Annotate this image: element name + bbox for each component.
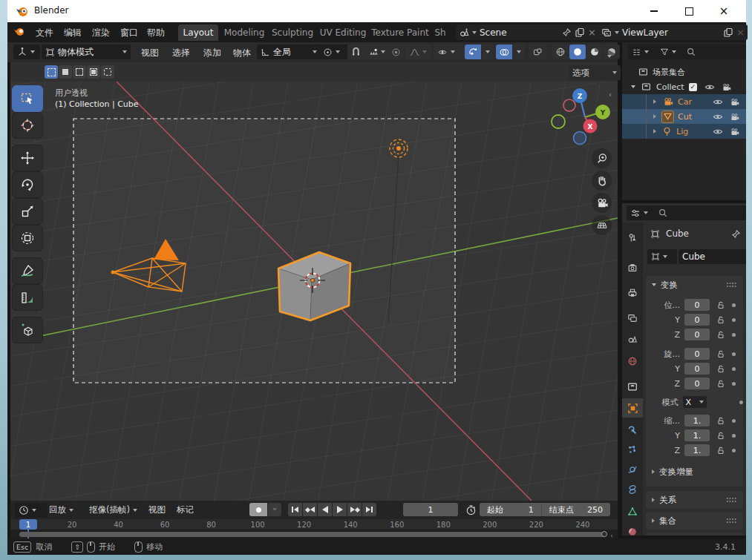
menu-timeline-view[interactable]: 视图: [148, 504, 166, 515]
viewport-3d[interactable]: 用户透视 (1) Collection | Cube: [10, 82, 618, 501]
menu-help[interactable]: 帮助: [144, 27, 168, 39]
menu-playback[interactable]: 回放: [49, 504, 73, 515]
tool-move[interactable]: [12, 145, 43, 171]
scale-y-field[interactable]: 1.: [684, 429, 710, 441]
scale-z-field[interactable]: 1.: [684, 444, 710, 456]
current-frame-marker[interactable]: 1: [19, 519, 37, 530]
new-scene-icon[interactable]: [575, 27, 585, 38]
minimize-button[interactable]: [637, 0, 671, 22]
proportional-falloff-dropdown[interactable]: [405, 45, 431, 59]
tab-object-data[interactable]: [622, 501, 643, 521]
lock-icon[interactable]: [717, 301, 725, 309]
zoom-view-button[interactable]: [592, 148, 612, 168]
viewlayer-browse-caret[interactable]: [615, 31, 619, 34]
hide-eye-icon[interactable]: [713, 128, 723, 136]
properties-search-input[interactable]: [655, 205, 746, 220]
prev-keyframe-button[interactable]: [303, 503, 317, 516]
tab-collection[interactable]: [622, 377, 643, 396]
location-x-field[interactable]: 0: [684, 299, 710, 311]
pan-view-button[interactable]: [592, 171, 612, 191]
animate-dot[interactable]: [732, 382, 736, 386]
tab-object[interactable]: [622, 398, 643, 418]
show-gizmo-toggle[interactable]: [465, 45, 481, 59]
tab-modifiers[interactable]: [622, 421, 643, 440]
tab-view-layer[interactable]: [622, 309, 643, 328]
tool-rotate[interactable]: [12, 171, 43, 198]
record-button[interactable]: [249, 503, 267, 516]
sidebar-toggle-arrow[interactable]: ‹: [609, 90, 612, 99]
use-preview-range-icon[interactable]: [465, 504, 477, 515]
play-button[interactable]: [333, 503, 347, 516]
cube-expand-icon[interactable]: [653, 114, 656, 119]
menu-edit[interactable]: 编辑: [61, 27, 85, 39]
collections-panel[interactable]: 集合: [646, 512, 743, 530]
gizmo-dropdown[interactable]: [482, 45, 494, 59]
lock-icon[interactable]: [717, 417, 725, 425]
menu-window[interactable]: 窗口: [117, 27, 141, 39]
pivot-point-dropdown[interactable]: [319, 45, 349, 59]
outliner-row-scene-collection[interactable]: 场景集合: [622, 65, 746, 79]
ortho-grid-button[interactable]: [592, 215, 612, 235]
scale-x-field[interactable]: 1.: [684, 415, 710, 426]
object-name-field[interactable]: Cube: [679, 249, 746, 264]
tool-options-dropdown[interactable]: 选项: [569, 65, 621, 80]
render-visibility-icon[interactable]: [730, 128, 739, 136]
outliner-search-input[interactable]: [683, 45, 746, 59]
hide-eye-icon[interactable]: [713, 113, 723, 121]
menu-select[interactable]: 选择: [169, 47, 193, 59]
navigation-gizmo[interactable]: Z Y X: [548, 82, 616, 151]
tab-scene[interactable]: [622, 329, 643, 349]
panel-drag-grip[interactable]: [726, 282, 737, 288]
lock-icon[interactable]: [717, 350, 725, 358]
menu-markers[interactable]: 标记: [177, 504, 194, 515]
outliner-row-light[interactable]: Lig: [622, 124, 746, 139]
tool-annotate[interactable]: [12, 257, 43, 284]
animate-dot[interactable]: [732, 449, 736, 452]
collection-expand-icon[interactable]: [631, 85, 635, 88]
rotation-z-field[interactable]: 0: [684, 378, 710, 389]
frame-start-field[interactable]: 起始 1: [480, 504, 541, 515]
tab-render[interactable]: [622, 258, 643, 277]
select-mode-intersect[interactable]: [101, 65, 114, 79]
keying-set-dropdown[interactable]: [268, 503, 281, 516]
animate-dot[interactable]: [732, 352, 736, 356]
visibility-dropdown[interactable]: [434, 45, 466, 59]
render-visibility-icon[interactable]: [730, 113, 739, 121]
tab-particles[interactable]: [622, 440, 643, 459]
render-visibility-icon[interactable]: [722, 83, 731, 91]
rotation-x-field[interactable]: 0: [684, 348, 710, 360]
tool-add-cube[interactable]: [12, 317, 43, 343]
cube-object[interactable]: [278, 252, 350, 320]
menu-file[interactable]: 文件: [33, 27, 56, 39]
proportional-edit-toggle[interactable]: [388, 45, 404, 59]
animate-dot[interactable]: [732, 367, 736, 371]
render-visibility-icon[interactable]: [730, 98, 739, 106]
menu-view[interactable]: 视图: [138, 47, 162, 59]
remove-viewlayer-icon[interactable]: ×: [736, 27, 745, 38]
rotation-y-field[interactable]: 0: [684, 363, 710, 375]
lock-icon[interactable]: [717, 380, 725, 388]
snap-toggle[interactable]: [347, 45, 364, 59]
instancing-panel[interactable]: 实例化: [646, 533, 743, 536]
tool-measure[interactable]: [12, 284, 43, 311]
viewlayer-icon[interactable]: [601, 27, 612, 38]
rotation-mode-dropdown[interactable]: X: [683, 396, 707, 408]
lock-icon[interactable]: [717, 447, 725, 455]
select-mode-set[interactable]: [45, 65, 58, 79]
show-overlays-toggle[interactable]: [496, 45, 512, 59]
viewlayer-name[interactable]: ViewLayer: [622, 27, 720, 38]
blender-menu-icon[interactable]: [14, 27, 26, 37]
maximize-button[interactable]: [672, 0, 706, 22]
object-type-dropdown[interactable]: [647, 249, 677, 264]
tool-transform[interactable]: [12, 225, 43, 251]
tab-constraints[interactable]: [622, 480, 643, 499]
workspace-tab-modeling[interactable]: Modeling: [221, 24, 267, 41]
camera-view-button[interactable]: [592, 193, 612, 213]
select-mode-invert[interactable]: [87, 65, 100, 79]
select-mode-extend[interactable]: [59, 65, 72, 79]
lock-icon[interactable]: [717, 316, 725, 324]
shading-solid-button[interactable]: [569, 45, 586, 59]
tab-world[interactable]: [622, 352, 643, 371]
scene-icon[interactable]: [459, 27, 469, 38]
shading-wireframe-button[interactable]: [552, 45, 569, 59]
